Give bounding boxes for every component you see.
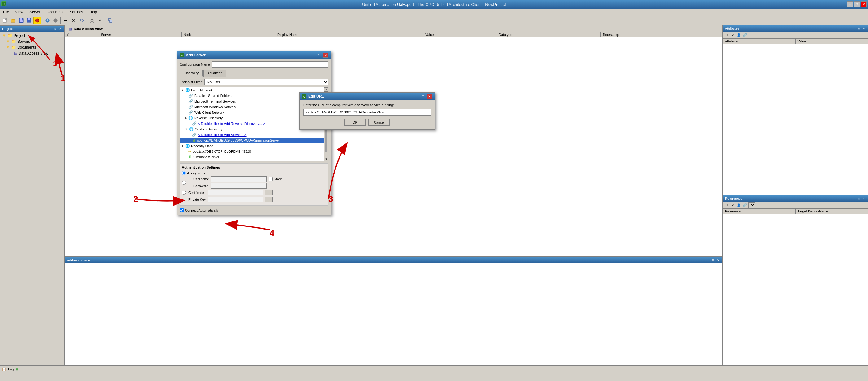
menu-help[interactable]: Help [88, 9, 99, 15]
scrollbar-up-btn[interactable]: ▲ [324, 87, 329, 92]
tab-data-access-view[interactable]: ▤ Data Access View [65, 26, 106, 32]
delete-button[interactable]: ✕ [96, 17, 104, 24]
edit-url-close-btn[interactable]: ✕ [427, 94, 432, 99]
attrs-float-btn[interactable]: ⊟ [857, 26, 861, 31]
dialog-tabs: Discovery Advanced [180, 70, 329, 77]
st-label-add-reverse[interactable]: < Double click to Add Reverse Discovery.… [198, 122, 265, 125]
attrs-check-btn[interactable]: ✓ [730, 32, 736, 38]
tree-item-servers[interactable]: ▼ 📁 Servers [1, 38, 64, 44]
tree-label-dataview: Data Access View [19, 51, 48, 56]
attrs-user-btn[interactable]: 👤 [736, 32, 742, 38]
attrs-col-value: Value [796, 39, 868, 44]
menu-view[interactable]: View [13, 9, 25, 15]
col-timestamp: Timestamp [600, 32, 722, 37]
address-space-close-btn[interactable]: ✕ [716, 258, 720, 262]
add-server-close-btn[interactable]: ✕ [323, 53, 329, 58]
store-checkbox-row: Store [269, 177, 282, 181]
edit-url-help-btn[interactable]: ? [422, 94, 424, 98]
config-name-input[interactable] [212, 61, 329, 67]
refs-link-btn[interactable]: 🔗 [742, 202, 748, 208]
highlighted-button[interactable]: ! [33, 17, 41, 24]
tree-item-dataview[interactable]: ▶ ▤ Data Access View [1, 50, 64, 56]
certificate-browse-btn[interactable]: ... [265, 190, 273, 195]
st-opc3[interactable]: ▶ 🖥 opc3.48 [180, 160, 328, 161]
maximize-btn[interactable]: □ [854, 1, 860, 7]
tab-discovery[interactable]: Discovery [180, 70, 203, 76]
attrs-close-btn[interactable]: ✕ [862, 26, 866, 31]
menu-server[interactable]: Server [28, 9, 42, 15]
sep2 [60, 17, 61, 24]
anonymous-radio[interactable] [182, 171, 186, 175]
edit-url-ok-btn[interactable]: OK [344, 119, 366, 126]
st-label-custom-discovery: Custom Discovery [195, 127, 222, 131]
attrs-link-btn[interactable]: 🔗 [742, 32, 748, 38]
svg-text:+: + [46, 18, 49, 23]
attrs-table: Attribute Value [723, 39, 868, 44]
private-key-browse-btn[interactable]: ... [265, 197, 273, 202]
data-access-content: # Server Node Id Display Name Value Data… [65, 32, 722, 256]
tab-advanced[interactable]: Advanced [203, 70, 226, 76]
add-server-help-btn[interactable]: ? [318, 53, 320, 57]
connect-auto-checkbox[interactable] [180, 208, 184, 212]
menu-document[interactable]: Document [44, 9, 65, 15]
cancel-x-button[interactable]: ✕ [70, 17, 78, 24]
private-key-input[interactable] [208, 197, 263, 202]
username-input[interactable] [211, 176, 267, 182]
refs-close-btn[interactable]: ✕ [862, 196, 866, 201]
undo-button[interactable]: ↩ [62, 17, 69, 24]
project-float-btn[interactable]: ⊟ [53, 27, 58, 31]
tree-item-project[interactable]: ▼ 📁 Project [1, 33, 64, 38]
username-radio[interactable] [182, 181, 186, 185]
certificate-input[interactable] [208, 190, 263, 195]
config-name-row: Configuration Name [180, 61, 329, 67]
data-access-table: # Server Node Id Display Name Value Data… [65, 32, 722, 37]
refs-check-btn[interactable]: ✓ [730, 202, 736, 208]
edit-url-cancel-btn[interactable]: Cancel [368, 119, 390, 126]
minimize-btn[interactable]: ─ [847, 1, 853, 7]
save-button[interactable] [17, 17, 25, 24]
st-label-opc3: opc3.48 [193, 161, 206, 161]
toolbar: ! + − ↩ ✕ ✕ [0, 15, 868, 25]
st-sim-server-recent[interactable]: ▶ 🖥 SimulationServer [180, 154, 328, 160]
refresh-button[interactable] [78, 17, 86, 24]
st-label-add-server[interactable]: < Double click to Add Server... > [198, 133, 247, 137]
tree-item-documents[interactable]: ▼ 📁 Documents [1, 44, 64, 50]
menu-file[interactable]: File [1, 9, 11, 15]
certificate-radio[interactable] [182, 191, 186, 194]
st-simulation-server[interactable]: ▶ 🖥 opc.tcp://LIANGED29:53530/OPCUA/Simu… [180, 137, 328, 143]
st-label-desktop-server: opc.tcp://DESKTOP-QLGFBME:49320 [193, 150, 251, 153]
refs-direction-select[interactable]: Forward [748, 202, 755, 208]
st-recently-used[interactable]: ▼ 🌐 Recently Used [180, 143, 328, 149]
link-icon-windows: 🔗 [188, 105, 193, 109]
cut-button[interactable] [88, 17, 96, 24]
attrs-refresh-btn[interactable]: ↺ [724, 32, 729, 38]
col-value: Value [424, 32, 497, 37]
col-nodeid: Node Id [182, 32, 275, 37]
st-add-server[interactable]: ▶ 🔗 < Double click to Add Server... > [180, 132, 328, 137]
address-space-float-btn[interactable]: ⊟ [711, 258, 716, 262]
st-label-local-network: Local Network [191, 88, 213, 92]
scrollbar-down-btn[interactable]: ▼ [324, 157, 329, 161]
svg-text:−: − [54, 18, 57, 23]
window-button[interactable] [106, 17, 114, 24]
disconnect-button[interactable]: − [52, 17, 59, 24]
edit-url-input[interactable] [303, 109, 431, 116]
menu-settings[interactable]: Settings [68, 9, 85, 15]
open-button[interactable] [9, 17, 17, 24]
project-close-btn[interactable]: ✕ [58, 27, 63, 31]
st-label-sim-server-recent: SimulationServer [193, 155, 219, 159]
connect-button[interactable]: + [44, 17, 51, 24]
menu-bar: File View Server Document Settings Help [0, 9, 868, 15]
new-button[interactable] [1, 17, 9, 24]
refs-refresh-btn[interactable]: ↺ [724, 202, 729, 208]
password-input[interactable] [211, 183, 267, 189]
refs-user-btn[interactable]: 👤 [736, 202, 742, 208]
refs-float-btn[interactable]: ⊟ [857, 196, 861, 201]
svg-text:!: ! [36, 19, 37, 22]
close-btn[interactable]: ✕ [861, 1, 867, 7]
store-checkbox[interactable] [269, 177, 273, 181]
endpoint-filter-select[interactable]: No Filter [205, 79, 329, 85]
st-desktop-server[interactable]: ▶ ✏ opc.tcp://DESKTOP-QLGFBME:49320 [180, 149, 328, 154]
save-all-button[interactable] [25, 17, 33, 24]
sep3 [87, 17, 87, 24]
